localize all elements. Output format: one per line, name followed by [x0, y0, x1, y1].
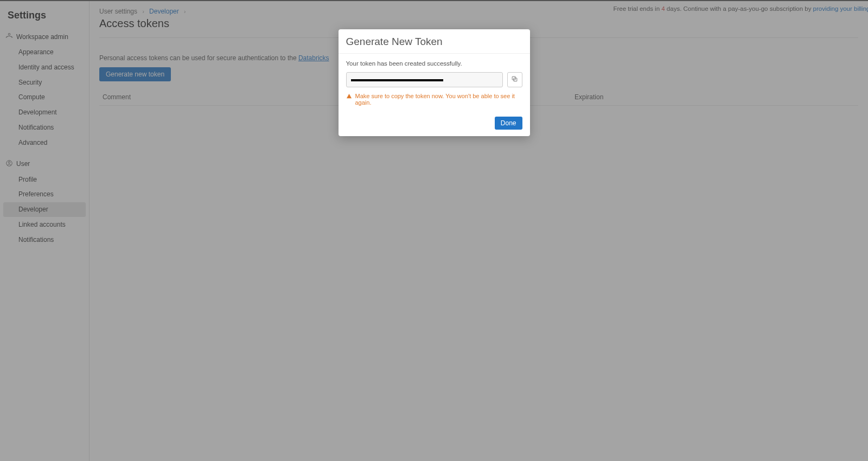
modal-overlay[interactable]: Generate New Token Your token has been c…	[0, 0, 868, 461]
modal-title: Generate New Token	[346, 36, 522, 48]
copy-icon	[511, 75, 518, 84]
token-warning: Make sure to copy the token now. You won…	[346, 93, 522, 106]
warning-icon	[346, 93, 352, 100]
generate-token-modal: Generate New Token Your token has been c…	[339, 29, 530, 136]
copy-token-button[interactable]	[507, 72, 522, 87]
token-value-field[interactable]	[346, 72, 503, 87]
modal-success-message: Your token has been created successfully…	[346, 60, 522, 67]
done-button[interactable]: Done	[495, 117, 522, 130]
warning-text: Make sure to copy the token now. You won…	[355, 93, 522, 106]
